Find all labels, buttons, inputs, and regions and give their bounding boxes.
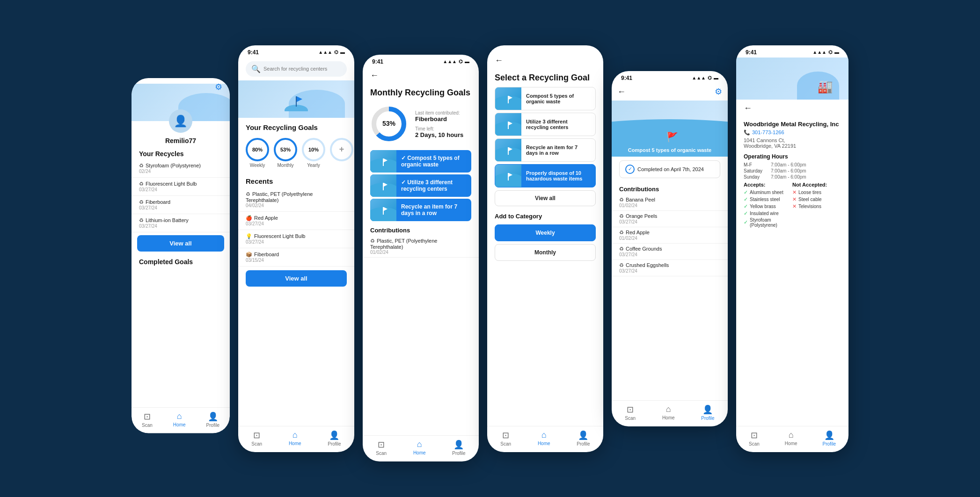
signal-icon: ▲▲▲ (318, 50, 332, 55)
page-title: Monthly Recycling Goals (363, 84, 479, 100)
nav-home[interactable]: ⌂Home (289, 430, 301, 446)
svg-rect-6 (383, 158, 384, 166)
search-input[interactable] (263, 66, 341, 72)
settings-icon[interactable]: ⚙ (215, 82, 222, 92)
svg-rect-1 (296, 96, 297, 107)
select-goal-item[interactable]: Compost 5 types of organic waste (495, 87, 596, 110)
center-name: Woodbridge Metal Recycling, Inc (736, 117, 848, 129)
check-icon: ✓ (625, 165, 635, 174)
list-item[interactable]: 📦Fiberboard 03/15/24 (238, 248, 354, 267)
time-left-label: Time left: (415, 126, 471, 131)
your-recycles-title: Your Recycles (132, 146, 230, 159)
category-title: Add to Category (487, 209, 603, 223)
nav-profile[interactable]: 👤Profile (328, 430, 341, 447)
recycles-list: ♻Styrofoam (Polystyrene) 02/24 ♻Fluoresc… (132, 159, 230, 232)
goal-card[interactable]: ✓ Compost 5 types of organic waste (370, 150, 471, 173)
nav-home[interactable]: ⌂Home (785, 430, 797, 446)
nav-scan[interactable]: ⊡Scan (625, 404, 636, 421)
nav-profile[interactable]: 👤Profile (206, 411, 219, 428)
svg-marker-19 (509, 173, 512, 177)
center-banner: 🏭 (736, 58, 848, 100)
select-goal-item[interactable]: Recycle an item for 7 days in a row (495, 138, 596, 162)
view-all-button[interactable]: View all (137, 235, 224, 252)
nav-profile[interactable]: 👤Profile (577, 430, 590, 447)
nav-home[interactable]: ⌂Home (662, 404, 675, 420)
section-title-goals: Your Recycling Goals (238, 118, 354, 134)
completed-label: Completed on April 7th, 2024 (637, 166, 704, 172)
goal-card[interactable]: ✓ Utilize 3 different recycling centers (370, 174, 471, 197)
svg-marker-17 (509, 147, 512, 151)
list-item[interactable]: 🍎Red Apple 03/27/24 (238, 212, 354, 230)
completed-goals-title: Completed Goals (132, 254, 230, 267)
goal-detail-banner: 🚩 Compost 5 types of organic waste (612, 101, 728, 157)
nav-profile[interactable]: 👤Profile (823, 430, 836, 447)
phone-goal-detail: 9:41 ▲▲▲ ⌬ ▬ ← ⚙ 🚩 Compost 5 types of or… (612, 71, 728, 426)
nav-scan[interactable]: ⊡Scan (142, 411, 153, 428)
nav-home[interactable]: ⌂Home (413, 439, 426, 455)
list-item: ♻Lithium-ion Battery 03/27/24 (132, 214, 230, 232)
search-bar[interactable]: 🔍 (246, 61, 347, 77)
status-icons: ▲▲▲ ⌬ ▬ (812, 50, 839, 55)
goal-card[interactable]: Recycle an item for 7 days in a row (370, 199, 471, 221)
settings-icon[interactable]: ⚙ (715, 86, 722, 97)
nav-profile[interactable]: 👤Profile (452, 439, 465, 456)
donut-section: 53% Last item contributed: Fiberboard Ti… (363, 100, 479, 148)
hours-list: M-F 7:00am - 6:00pm Saturday 7:00am - 6:… (736, 162, 848, 180)
view-all-recents-button[interactable]: View all (246, 270, 347, 287)
list-item: ✕ Steel cable (792, 196, 841, 202)
svg-rect-10 (383, 207, 384, 215)
nav-bar: ⊡Scan ⌂Home 👤Profile (363, 435, 479, 461)
contributions-title: Contributions (363, 223, 479, 236)
nav-profile[interactable]: 👤Profile (701, 404, 714, 421)
list-item: ✕ Televisions (792, 203, 841, 209)
view-all-button[interactable]: View all (495, 190, 596, 206)
center-address: 1041 Cannons Ct, Woodbridge, VA 22191 (736, 137, 848, 150)
signal-icon: ▲▲▲ (812, 50, 826, 55)
list-item: ♻Fiberboard 03/27/24 (132, 196, 230, 214)
svg-rect-12 (508, 96, 509, 103)
signal-icon: ▲▲▲ (443, 59, 457, 64)
nav-home[interactable]: ⌂Home (173, 411, 186, 427)
goal-circle-3[interactable]: + (330, 138, 353, 168)
goal-circle-2[interactable]: 10% Yearly (302, 138, 325, 168)
back-button[interactable]: ← (736, 100, 848, 117)
list-item: ✓ Stainless steel (744, 196, 792, 202)
list-item: ♻Plastic, PET (Polyethylene Terephthalat… (363, 236, 479, 258)
last-item-label: Last item contributed: (415, 110, 471, 115)
list-item: ♻Banana Peel 01/02/24 (612, 194, 728, 211)
monthly-button[interactable]: Monthly (495, 244, 596, 261)
status-icons: ▲▲▲ ⌬ ▬ (443, 59, 469, 64)
nav-scan[interactable]: ⊡Scan (251, 430, 262, 447)
goal-circle-0[interactable]: 80% Weekly (246, 138, 269, 168)
accepts-col: Accepts: ✓ Aluminum sheet ✓ Stainless st… (744, 182, 792, 229)
list-item: ♻Orange Peels 03/27/24 (612, 211, 728, 227)
nav-scan[interactable]: ⊡Scan (500, 430, 511, 447)
list-item: ♻Styrofoam (Polystyrene) 02/24 (132, 159, 230, 178)
avatar: 👤 (169, 109, 192, 133)
nav-scan[interactable]: ⊡Scan (749, 430, 760, 447)
contributions-list: ♻Plastic, PET (Polyethylene Terephthalat… (363, 236, 479, 258)
weekly-button[interactable]: Weekly (495, 224, 596, 241)
section-title-recents: Recents (238, 172, 354, 188)
list-item[interactable]: 💡Fluorescent Light Bulb 03/27/24 (238, 230, 354, 248)
cross-icon: ✕ (792, 196, 797, 202)
back-button[interactable]: ← (487, 52, 603, 69)
list-item: Saturday 7:00am - 6:00pm (736, 168, 848, 174)
page-title: Select a Recycling Goal (487, 69, 603, 85)
phone-profile-partial: ⚙ 👤 Remilio77 Your Recycles ♻Styrofoam (… (132, 78, 230, 433)
username-label: Remilio77 (132, 135, 230, 146)
select-goal-item[interactable]: Properly dispose of 10 hazardous waste i… (495, 164, 596, 187)
status-bar: 9:41 ▲▲▲ ⌬ ▬ (736, 45, 848, 58)
back-button[interactable]: ← (617, 85, 626, 99)
nav-scan[interactable]: ⊡Scan (376, 439, 387, 456)
accepts-section: Accepts: ✓ Aluminum sheet ✓ Stainless st… (736, 180, 848, 230)
select-goal-item[interactable]: Utilize 3 different recycling centers (495, 113, 596, 136)
select-goals-list: Compost 5 types of organic waste Utilize… (487, 87, 603, 187)
back-button[interactable]: ← (363, 67, 479, 84)
wifi-icon: ⌬ (459, 59, 463, 64)
nav-home[interactable]: ⌂Home (538, 430, 550, 446)
goal-circle-1[interactable]: 53% Monthly (274, 138, 297, 168)
list-item: ♻Crushed Eggshells 03/27/24 (612, 260, 728, 276)
list-item[interactable]: ♻Plastic, PET (Polyethylene Terephthalat… (238, 188, 354, 212)
center-phone[interactable]: 📞 301-773-1266 (736, 129, 848, 137)
